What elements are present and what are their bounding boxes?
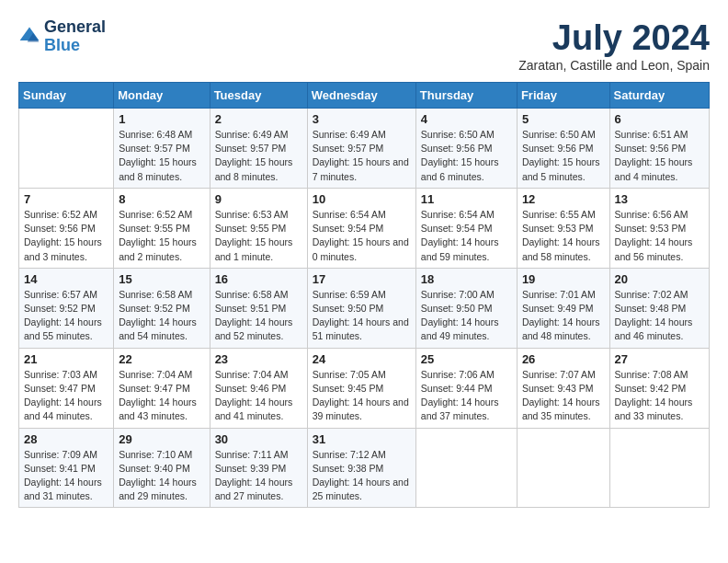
day-number: 18 [421, 272, 512, 286]
day-info: Sunrise: 6:52 AMSunset: 9:55 PMDaylight:… [119, 208, 204, 264]
day-number: 1 [119, 112, 204, 126]
calendar-cell: 9Sunrise: 6:53 AMSunset: 9:55 PMDaylight… [210, 188, 307, 268]
calendar-title: July 2024 [518, 18, 710, 58]
calendar-cell [415, 428, 517, 508]
calendar-cell: 31Sunrise: 7:12 AMSunset: 9:38 PMDayligh… [307, 428, 415, 508]
day-number: 25 [421, 352, 512, 366]
calendar-week-row: 7Sunrise: 6:52 AMSunset: 9:56 PMDaylight… [19, 188, 710, 268]
day-number: 26 [522, 352, 605, 366]
calendar-cell: 6Sunrise: 6:51 AMSunset: 9:56 PMDaylight… [609, 109, 709, 189]
day-number: 19 [522, 272, 605, 286]
calendar-cell: 29Sunrise: 7:10 AMSunset: 9:40 PMDayligh… [114, 428, 210, 508]
calendar-cell: 30Sunrise: 7:11 AMSunset: 9:39 PMDayligh… [210, 428, 307, 508]
day-number: 21 [24, 352, 108, 366]
logo-text: General Blue [44, 18, 106, 55]
title-area: July 2024 Zaratan, Castille and Leon, Sp… [518, 18, 710, 73]
calendar-cell: 2Sunrise: 6:49 AMSunset: 9:57 PMDaylight… [210, 109, 307, 189]
calendar-cell: 23Sunrise: 7:04 AMSunset: 9:46 PMDayligh… [210, 348, 307, 428]
day-info: Sunrise: 7:03 AMSunset: 9:47 PMDaylight:… [24, 368, 108, 424]
calendar-week-row: 28Sunrise: 7:09 AMSunset: 9:41 PMDayligh… [19, 428, 710, 508]
calendar-subtitle: Zaratan, Castille and Leon, Spain [518, 58, 710, 73]
day-info: Sunrise: 7:06 AMSunset: 9:44 PMDaylight:… [421, 368, 512, 424]
day-info: Sunrise: 7:12 AMSunset: 9:38 PMDaylight:… [313, 448, 411, 504]
day-info: Sunrise: 7:05 AMSunset: 9:45 PMDaylight:… [313, 368, 411, 424]
day-info: Sunrise: 7:09 AMSunset: 9:41 PMDaylight:… [24, 448, 108, 504]
calendar-cell [517, 428, 609, 508]
day-number: 30 [215, 432, 302, 446]
day-number: 14 [24, 272, 108, 286]
day-info: Sunrise: 6:51 AMSunset: 9:56 PMDaylight:… [615, 128, 704, 184]
day-number: 29 [119, 432, 204, 446]
calendar-cell: 22Sunrise: 7:04 AMSunset: 9:47 PMDayligh… [114, 348, 210, 428]
day-number: 6 [615, 112, 704, 126]
calendar-cell: 26Sunrise: 7:07 AMSunset: 9:43 PMDayligh… [517, 348, 609, 428]
calendar-cell: 5Sunrise: 6:50 AMSunset: 9:56 PMDaylight… [517, 109, 609, 189]
weekday-header: Thursday [415, 83, 517, 109]
calendar-cell: 25Sunrise: 7:06 AMSunset: 9:44 PMDayligh… [415, 348, 517, 428]
day-info: Sunrise: 6:56 AMSunset: 9:53 PMDaylight:… [615, 208, 704, 264]
day-info: Sunrise: 7:10 AMSunset: 9:40 PMDaylight:… [119, 448, 204, 504]
calendar-cell [609, 428, 709, 508]
day-number: 7 [24, 192, 108, 206]
calendar-cell: 10Sunrise: 6:54 AMSunset: 9:54 PMDayligh… [307, 188, 415, 268]
calendar-cell: 4Sunrise: 6:50 AMSunset: 9:56 PMDaylight… [415, 109, 517, 189]
day-info: Sunrise: 7:04 AMSunset: 9:46 PMDaylight:… [215, 368, 302, 424]
calendar-cell: 12Sunrise: 6:55 AMSunset: 9:53 PMDayligh… [517, 188, 609, 268]
weekday-header: Sunday [19, 83, 114, 109]
day-number: 9 [215, 192, 302, 206]
day-number: 10 [313, 192, 411, 206]
calendar-cell: 28Sunrise: 7:09 AMSunset: 9:41 PMDayligh… [19, 428, 114, 508]
weekday-header: Tuesday [210, 83, 307, 109]
calendar-cell: 15Sunrise: 6:58 AMSunset: 9:52 PMDayligh… [114, 268, 210, 348]
logo-icon [18, 26, 40, 48]
weekday-header: Monday [114, 83, 210, 109]
day-info: Sunrise: 6:48 AMSunset: 9:57 PMDaylight:… [119, 128, 204, 184]
day-info: Sunrise: 7:01 AMSunset: 9:49 PMDaylight:… [522, 288, 605, 344]
logo: General Blue [18, 18, 106, 55]
day-info: Sunrise: 7:04 AMSunset: 9:47 PMDaylight:… [119, 368, 204, 424]
calendar-cell: 18Sunrise: 7:00 AMSunset: 9:50 PMDayligh… [415, 268, 517, 348]
calendar-cell: 8Sunrise: 6:52 AMSunset: 9:55 PMDaylight… [114, 188, 210, 268]
day-info: Sunrise: 7:02 AMSunset: 9:48 PMDaylight:… [615, 288, 704, 344]
day-info: Sunrise: 6:54 AMSunset: 9:54 PMDaylight:… [313, 208, 411, 264]
calendar-week-row: 1Sunrise: 6:48 AMSunset: 9:57 PMDaylight… [19, 109, 710, 189]
day-number: 12 [522, 192, 605, 206]
day-number: 5 [522, 112, 605, 126]
day-info: Sunrise: 7:08 AMSunset: 9:42 PMDaylight:… [615, 368, 704, 424]
calendar-cell: 13Sunrise: 6:56 AMSunset: 9:53 PMDayligh… [609, 188, 709, 268]
day-info: Sunrise: 6:59 AMSunset: 9:50 PMDaylight:… [313, 288, 411, 344]
day-number: 28 [24, 432, 108, 446]
day-number: 17 [313, 272, 411, 286]
calendar-cell: 3Sunrise: 6:49 AMSunset: 9:57 PMDaylight… [307, 109, 415, 189]
calendar-week-row: 21Sunrise: 7:03 AMSunset: 9:47 PMDayligh… [19, 348, 710, 428]
day-info: Sunrise: 6:54 AMSunset: 9:54 PMDaylight:… [421, 208, 512, 264]
day-info: Sunrise: 6:50 AMSunset: 9:56 PMDaylight:… [522, 128, 605, 184]
day-number: 15 [119, 272, 204, 286]
weekday-header: Saturday [609, 83, 709, 109]
calendar-cell: 24Sunrise: 7:05 AMSunset: 9:45 PMDayligh… [307, 348, 415, 428]
calendar-cell: 1Sunrise: 6:48 AMSunset: 9:57 PMDaylight… [114, 109, 210, 189]
day-number: 2 [215, 112, 302, 126]
day-info: Sunrise: 7:00 AMSunset: 9:50 PMDaylight:… [421, 288, 512, 344]
calendar-cell: 16Sunrise: 6:58 AMSunset: 9:51 PMDayligh… [210, 268, 307, 348]
day-info: Sunrise: 6:52 AMSunset: 9:56 PMDaylight:… [24, 208, 108, 264]
day-number: 22 [119, 352, 204, 366]
day-info: Sunrise: 6:49 AMSunset: 9:57 PMDaylight:… [215, 128, 302, 184]
day-number: 3 [313, 112, 411, 126]
calendar-cell: 21Sunrise: 7:03 AMSunset: 9:47 PMDayligh… [19, 348, 114, 428]
day-info: Sunrise: 6:53 AMSunset: 9:55 PMDaylight:… [215, 208, 302, 264]
calendar-cell: 7Sunrise: 6:52 AMSunset: 9:56 PMDaylight… [19, 188, 114, 268]
day-number: 27 [615, 352, 704, 366]
weekday-header-row: SundayMondayTuesdayWednesdayThursdayFrid… [19, 83, 710, 109]
weekday-header: Wednesday [307, 83, 415, 109]
calendar-cell: 20Sunrise: 7:02 AMSunset: 9:48 PMDayligh… [609, 268, 709, 348]
day-info: Sunrise: 6:55 AMSunset: 9:53 PMDaylight:… [522, 208, 605, 264]
day-info: Sunrise: 7:11 AMSunset: 9:39 PMDaylight:… [215, 448, 302, 504]
calendar-cell: 19Sunrise: 7:01 AMSunset: 9:49 PMDayligh… [517, 268, 609, 348]
day-number: 23 [215, 352, 302, 366]
day-number: 13 [615, 192, 704, 206]
weekday-header: Friday [517, 83, 609, 109]
calendar-cell: 17Sunrise: 6:59 AMSunset: 9:50 PMDayligh… [307, 268, 415, 348]
day-info: Sunrise: 6:57 AMSunset: 9:52 PMDaylight:… [24, 288, 108, 344]
day-number: 20 [615, 272, 704, 286]
